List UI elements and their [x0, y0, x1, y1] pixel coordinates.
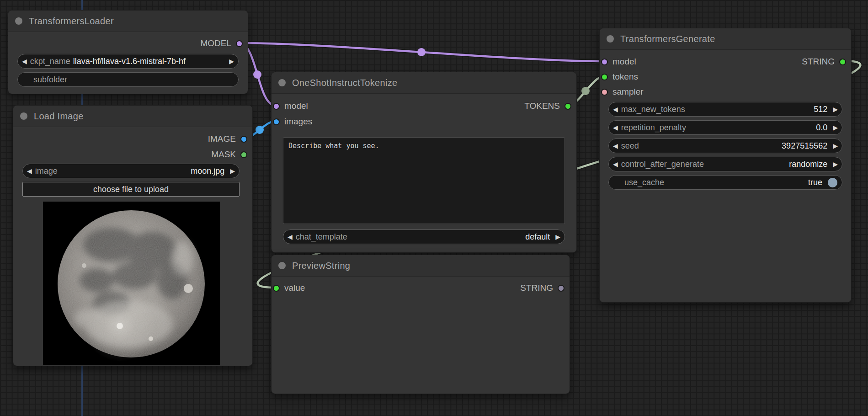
node-title: OneShotInstructTokenize: [292, 78, 397, 88]
input-port-model[interactable]: [273, 103, 280, 110]
port-row: images: [272, 115, 576, 128]
combo-left-arrow-icon[interactable]: ◀: [613, 124, 618, 131]
link-dot: [581, 87, 590, 95]
port-row: model TOKENS: [272, 100, 576, 112]
widget-use-cache-toggle[interactable]: use_cache true: [608, 175, 842, 190]
node-oneshot-instruct-tokenize[interactable]: OneShotInstructTokenize model TOKENS ima…: [271, 72, 577, 253]
combo-left-arrow-icon[interactable]: ◀: [613, 161, 618, 167]
widget-label: ckpt_name: [30, 57, 70, 66]
output-label: MASK: [211, 149, 236, 160]
widget-value: 3927515562: [639, 141, 827, 151]
widget-label: control_after_generate: [621, 160, 704, 169]
widget-repetition-penalty[interactable]: ◀ repetition_penalty 0.0 ▶: [608, 120, 842, 135]
widget-value: llava-hf/llava-v1.6-mistral-7b-hf: [73, 57, 224, 66]
input-label: sampler: [612, 87, 644, 97]
node-title-bar[interactable]: TransformersLoader: [8, 11, 248, 32]
combo-right-arrow-icon[interactable]: ▶: [833, 161, 838, 167]
prompt-textarea[interactable]: Describe what you see.: [283, 137, 565, 224]
output-port-mask[interactable]: [240, 151, 247, 158]
combo-left-arrow-icon[interactable]: ◀: [288, 234, 293, 240]
node-title-bar[interactable]: OneShotInstructTokenize: [272, 72, 576, 94]
output-port-string[interactable]: [558, 285, 564, 292]
port-row: tokens: [600, 70, 851, 83]
choose-file-button-label: choose file to upload: [93, 185, 169, 194]
node-title: TransformersGenerate: [620, 34, 715, 44]
input-label: model: [284, 101, 308, 111]
widget-value: 512: [685, 105, 827, 114]
input-port-tokens[interactable]: [601, 74, 608, 80]
collapse-dot-icon[interactable]: [278, 262, 286, 269]
input-port-images[interactable]: [273, 118, 280, 125]
collapse-dot-icon[interactable]: [278, 79, 286, 86]
input-label: images: [284, 117, 312, 127]
node-transformers-loader[interactable]: TransformersLoader MODEL ◀ ckpt_name lla…: [8, 10, 248, 94]
combo-right-arrow-icon[interactable]: ▶: [230, 168, 235, 174]
widget-subfolder[interactable]: subfolder: [17, 72, 239, 87]
port-row: model STRING: [600, 55, 851, 68]
combo-left-arrow-icon[interactable]: ◀: [613, 106, 618, 112]
output-label: STRING: [802, 57, 835, 67]
node-load-image[interactable]: Load Image IMAGE MASK ◀ image moon.jpg ▶…: [13, 105, 253, 366]
widget-label: repetition_penalty: [621, 123, 686, 133]
node-title-bar[interactable]: TransformersGenerate: [600, 28, 851, 50]
combo-left-arrow-icon[interactable]: ◀: [613, 143, 618, 149]
widget-value: moon.jpg: [58, 166, 224, 176]
collapse-dot-icon[interactable]: [607, 35, 614, 43]
node-preview-string[interactable]: PreviewString value STRING: [271, 255, 570, 394]
widget-value: default: [347, 232, 550, 242]
combo-left-arrow-icon[interactable]: ◀: [22, 58, 27, 64]
input-label: value: [284, 283, 305, 293]
port-row: MASK: [13, 148, 252, 161]
combo-right-arrow-icon[interactable]: ▶: [229, 58, 234, 64]
node-title: Load Image: [34, 111, 84, 122]
widget-max-new-tokens[interactable]: ◀ max_new_tokens 512 ▶: [608, 102, 842, 117]
collapse-dot-icon[interactable]: [15, 17, 22, 25]
port-row: MODEL: [8, 37, 248, 50]
widget-ckpt-name[interactable]: ◀ ckpt_name llava-hf/llava-v1.6-mistral-…: [17, 54, 239, 69]
widget-label: chat_template: [296, 232, 347, 242]
widget-control-after-generate[interactable]: ◀ control_after_generate randomize ▶: [608, 157, 842, 171]
node-title: TransformersLoader: [29, 16, 114, 27]
port-row: IMAGE: [13, 133, 252, 145]
output-label: MODEL: [200, 38, 231, 48]
output-label: TOKENS: [524, 101, 560, 111]
node-transformers-generate[interactable]: TransformersGenerate model STRING tokens…: [599, 28, 852, 303]
widget-label: subfolder: [33, 75, 67, 85]
widget-label: max_new_tokens: [621, 105, 685, 114]
link-dot: [253, 70, 261, 79]
widget-label: image: [35, 166, 58, 176]
widget-value: true: [664, 178, 822, 187]
port-row: sampler: [600, 85, 851, 98]
input-port-sampler[interactable]: [601, 89, 608, 96]
output-port-tokens[interactable]: [564, 103, 571, 110]
combo-right-arrow-icon[interactable]: ▶: [833, 143, 838, 149]
link-dot: [417, 48, 426, 56]
input-port-value[interactable]: [273, 285, 280, 292]
combo-left-arrow-icon[interactable]: ◀: [27, 168, 32, 174]
node-title-bar[interactable]: PreviewString: [272, 255, 570, 277]
node-graph-canvas[interactable]: TransformersLoader MODEL ◀ ckpt_name lla…: [0, 0, 868, 416]
toggle-knob-icon[interactable]: [828, 178, 837, 187]
widget-value: randomize: [704, 160, 827, 169]
combo-right-arrow-icon[interactable]: ▶: [833, 106, 838, 112]
output-label: IMAGE: [208, 134, 236, 144]
input-port-model[interactable]: [601, 59, 608, 65]
output-port-model[interactable]: [236, 40, 243, 47]
widget-image-select[interactable]: ◀ image moon.jpg ▶: [22, 164, 240, 178]
node-title: PreviewString: [292, 261, 350, 271]
combo-right-arrow-icon[interactable]: ▶: [555, 234, 560, 240]
output-port-image[interactable]: [240, 136, 247, 143]
output-port-string[interactable]: [839, 59, 846, 65]
link-dot: [256, 126, 264, 134]
widget-label: use_cache: [624, 178, 664, 187]
widget-label: seed: [621, 141, 639, 151]
choose-file-button[interactable]: choose file to upload: [22, 182, 240, 197]
node-title-bar[interactable]: Load Image: [13, 106, 252, 127]
widget-value: 0.0: [686, 123, 827, 133]
collapse-dot-icon[interactable]: [20, 112, 27, 120]
input-label: tokens: [612, 72, 638, 82]
widget-chat-template[interactable]: ◀ chat_template default ▶: [283, 229, 565, 244]
port-row: value STRING: [272, 282, 570, 294]
widget-seed[interactable]: ◀ seed 3927515562 ▶: [608, 139, 842, 153]
combo-right-arrow-icon[interactable]: ▶: [833, 124, 838, 131]
